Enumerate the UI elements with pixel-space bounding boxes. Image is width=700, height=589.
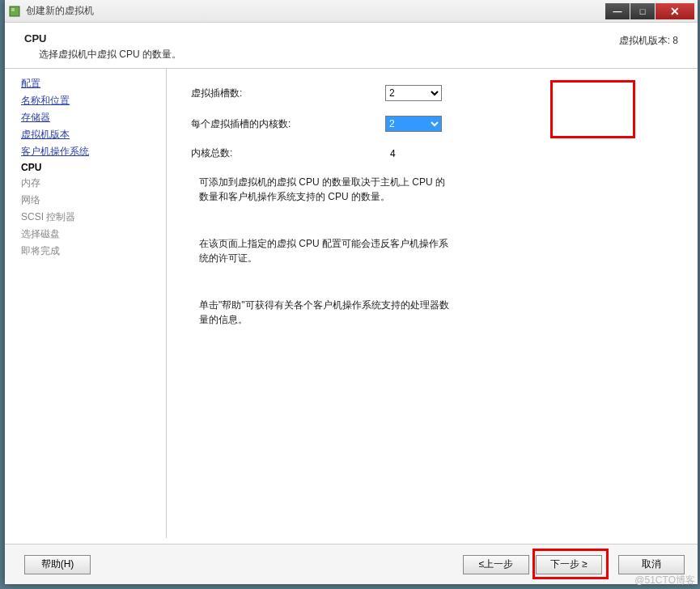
step-name-location[interactable]: 名称和位置 [21,94,166,108]
row-sockets: 虚拟插槽数: 2 [191,85,673,101]
step-scsi: SCSI 控制器 [21,210,166,224]
close-button[interactable]: ✕ [655,3,694,19]
info-text-3: 单击"帮助"可获得有关各个客户机操作系统支持的处理器数量的信息。 [199,298,450,327]
wizard-body: 配置 名称和位置 存储器 虚拟机版本 客户机操作系统 CPU 内存 网络 SCS… [5,69,698,538]
back-button[interactable]: ≤上一步 [463,555,529,574]
vm-version-label: 虚拟机版本: 8 [619,34,678,48]
watermark: @51CTO博客 [634,574,695,587]
main-panel: 虚拟插槽数: 2 每个虚拟插槽的内核数: 2 内核总数: 4 [167,69,698,538]
cores-label: 每个虚拟插槽的内核数: [191,117,385,131]
cores-dropdown[interactable]: 2 [385,116,442,132]
help-button[interactable]: 帮助(H) [24,555,91,574]
minimize-button[interactable]: — [605,3,630,19]
step-guest-os[interactable]: 客户机操作系统 [21,145,166,159]
wizard-footer: 帮助(H) ≤上一步 下一步 ≥ 取消 [5,544,698,584]
row-cores: 每个虚拟插槽的内核数: 2 [191,116,673,132]
page-title: CPU [24,32,619,44]
step-cpu: CPU [21,162,166,173]
maximize-button[interactable]: □ [630,3,655,19]
total-cores-label: 内核总数: [191,146,385,160]
window-controls: — □ ✕ [605,3,694,19]
wizard-steps: 配置 名称和位置 存储器 虚拟机版本 客户机操作系统 CPU 内存 网络 SCS… [5,69,167,538]
total-cores-value: 4 [385,148,466,159]
page-subtitle: 选择虚拟机中虚拟 CPU 的数量。 [39,48,619,61]
row-total: 内核总数: 4 [191,146,673,160]
step-memory: 内存 [21,176,166,190]
dialog-window: 创建新的虚拟机 — □ ✕ CPU 选择虚拟机中虚拟 CPU 的数量。 虚拟机版… [5,0,698,584]
sockets-label: 虚拟插槽数: [191,87,385,100]
sockets-dropdown[interactable]: 2 [385,85,442,101]
svg-rect-1 [11,8,15,11]
app-icon [8,5,21,18]
step-select-disk: 选择磁盘 [21,227,166,241]
info-text-2: 在该页面上指定的虚拟 CPU 配置可能会违反客户机操作系统的许可证。 [199,236,450,265]
step-vm-version[interactable]: 虚拟机版本 [21,128,166,142]
step-config[interactable]: 配置 [21,77,166,91]
next-button[interactable]: 下一步 ≥ [536,555,602,574]
info-text-1: 可添加到虚拟机的虚拟 CPU 的数量取决于主机上 CPU 的数量和客户机操作系统… [199,175,450,204]
step-network: 网络 [21,193,166,207]
wizard-header: CPU 选择虚拟机中虚拟 CPU 的数量。 虚拟机版本: 8 [5,23,698,69]
title-bar: 创建新的虚拟机 — □ ✕ [5,0,698,23]
cancel-button[interactable]: 取消 [618,555,685,574]
window-title: 创建新的虚拟机 [26,4,605,18]
step-storage[interactable]: 存储器 [21,111,166,125]
step-ready: 即将完成 [21,244,166,258]
